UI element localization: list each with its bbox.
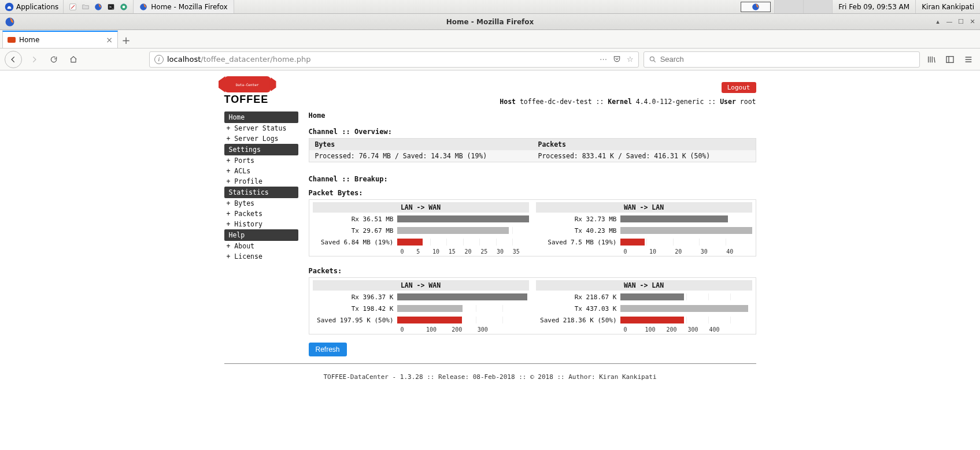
taskbar-clock[interactable]: Fri Feb 09, 09:53 AM: [832, 0, 915, 13]
firefox-icon: [752, 3, 760, 11]
page-footer: TOFFEE-DataCenter - 1.3.28 :: Release: 0…: [224, 364, 756, 385]
packet-bytes-title: Packet Bytes:: [309, 189, 756, 197]
logout-button[interactable]: Logout: [722, 82, 756, 93]
sidebar-item-server-status[interactable]: Server Status: [224, 123, 298, 133]
chart-bar: Tx 40.23 MB: [536, 225, 752, 236]
sidebar-item-packets[interactable]: Packets: [224, 209, 298, 219]
terminal-icon[interactable]: >_: [105, 1, 117, 13]
chart-title: LAN -> WAN: [313, 280, 529, 291]
page-content: Data-Center TOFFEE Logout Host toffee-dc…: [224, 73, 756, 385]
taskbar-user[interactable]: Kiran Kankipati: [915, 0, 980, 13]
sidebar-item-ports[interactable]: Ports: [224, 155, 298, 166]
pocket-icon[interactable]: [613, 55, 621, 64]
sidebar-header-help[interactable]: Help: [224, 229, 298, 241]
chart-axis: 0100200300: [401, 325, 529, 333]
desktop-taskbar: Applications >_ Home - Mozilla Firefox F…: [0, 0, 980, 14]
window-up-icon[interactable]: ▴: [933, 17, 943, 27]
tab-home[interactable]: Home ×: [2, 31, 118, 48]
back-button[interactable]: [5, 51, 22, 68]
home-button[interactable]: [66, 52, 81, 67]
chart-cell: LAN -> WAN Rx 36.51 MB Tx 29.67 MB Saved…: [309, 200, 532, 256]
chart-title: LAN -> WAN: [313, 202, 529, 213]
chart-title: WAN -> LAN: [536, 202, 752, 213]
sidebar: Home Server Status Server Logs Settings …: [224, 111, 298, 356]
clock-text: Fri Feb 09, 09:53 AM: [838, 3, 909, 11]
logo-candy-icon: Data-Center: [224, 76, 271, 92]
search-bar[interactable]: [644, 51, 920, 68]
tab-label: Home: [19, 36, 39, 44]
overview-bytes-value: Processed: 76.74 MB / Saved: 14.34 MB (1…: [309, 150, 532, 162]
chart-bar: Saved 197.95 K (50%): [313, 315, 529, 325]
bar-label: Tx 40.23 MB: [536, 227, 620, 235]
url-bar[interactable]: i localhost/toffee_datacenter/home.php ⋯…: [149, 51, 639, 68]
chart-bar: Saved 218.36 K (50%): [536, 315, 752, 325]
sidebar-header-home[interactable]: Home: [224, 111, 298, 123]
hamburger-menu-icon[interactable]: [961, 53, 975, 66]
page-actions-icon[interactable]: ⋯: [600, 55, 607, 64]
host-label: Host: [500, 98, 516, 106]
kernel-label: Kernel: [608, 98, 632, 106]
window-title: Home - Mozilla Firefox: [446, 18, 534, 26]
tab-close-icon[interactable]: ×: [106, 35, 113, 44]
chart-title: WAN -> LAN: [536, 280, 752, 291]
info-icon[interactable]: i: [154, 55, 164, 64]
chart-axis: 0100200300400: [624, 325, 752, 333]
logo: Data-Center TOFFEE: [224, 76, 271, 106]
host-value: toffee-dc-dev-test: [520, 98, 592, 106]
browser-icon[interactable]: [118, 1, 130, 13]
overview-packets-header: Packets: [532, 139, 756, 151]
tray-firefox-indicator[interactable]: [741, 2, 771, 12]
sidebar-item-bytes[interactable]: Bytes: [224, 198, 298, 209]
url-path: /toffee_datacenter/home.php: [201, 55, 310, 64]
chart-cell: WAN -> LAN Rx 218.67 K Tx 437.03 K Saved…: [532, 278, 756, 334]
packets-title: Packets:: [309, 267, 756, 275]
editor-icon[interactable]: [67, 1, 79, 13]
applications-menu[interactable]: Applications: [0, 0, 64, 13]
bar-label: Rx 218.67 K: [536, 293, 620, 301]
library-icon[interactable]: [924, 53, 938, 66]
packet-bytes-charts: LAN -> WAN Rx 36.51 MB Tx 29.67 MB Saved…: [309, 199, 756, 256]
overview-table: Bytes Packets Processed: 76.74 MB / Save…: [309, 138, 756, 162]
chart-bar: Rx 32.73 MB: [536, 214, 752, 224]
reload-button[interactable]: [46, 52, 61, 67]
host-info-line: Host toffee-dc-dev-test :: Kernel 4.4.0-…: [500, 98, 756, 106]
close-icon[interactable]: ✕: [967, 17, 978, 27]
taskbar-window-label: Home - Mozilla Firefox: [151, 3, 227, 11]
files-icon[interactable]: [80, 1, 91, 13]
sidebar-header-statistics[interactable]: Statistics: [224, 187, 298, 198]
sidebar-icon[interactable]: [943, 53, 957, 66]
new-tab-button[interactable]: +: [118, 32, 134, 48]
svg-point-10: [650, 57, 654, 61]
refresh-button[interactable]: Refresh: [309, 343, 347, 356]
sidebar-item-acls[interactable]: ACLs: [224, 166, 298, 176]
bar-label: Tx 198.42 K: [313, 305, 397, 313]
page-title: Home: [309, 111, 756, 120]
minimize-icon[interactable]: —: [944, 17, 955, 27]
chart-bar: Tx 437.03 K: [536, 303, 752, 314]
user-label: User: [720, 98, 736, 106]
chart-axis: 010203040: [624, 247, 752, 255]
url-host: localhost: [167, 55, 201, 64]
breakup-title: Channel :: Breakup:: [309, 175, 756, 183]
search-input[interactable]: [660, 55, 915, 64]
tab-strip: Home × +: [0, 30, 980, 49]
sidebar-item-server-logs[interactable]: Server Logs: [224, 133, 298, 144]
firefox-icon: [139, 3, 147, 11]
firefox-launcher-icon[interactable]: [93, 1, 104, 13]
toffee-favicon-icon: [8, 37, 16, 43]
bookmark-star-icon[interactable]: ☆: [627, 55, 634, 64]
maximize-icon[interactable]: ☐: [956, 17, 966, 27]
sidebar-item-about[interactable]: About: [224, 241, 298, 251]
sidebar-item-license[interactable]: License: [224, 251, 298, 262]
sidebar-item-history[interactable]: History: [224, 219, 298, 229]
taskbar-window-firefox[interactable]: Home - Mozilla Firefox: [133, 0, 234, 13]
sidebar-item-profile[interactable]: Profile: [224, 176, 298, 187]
user-value: root: [740, 98, 756, 106]
overview-title: Channel :: Overview:: [309, 128, 756, 136]
kernel-value: 4.4.0-112-generic: [636, 98, 704, 106]
bar-label: Saved 197.95 K (50%): [313, 317, 397, 324]
forward-button[interactable]: [27, 52, 42, 67]
overview-packets-value: Processed: 833.41 K / Saved: 416.31 K (5…: [532, 150, 756, 162]
sidebar-header-settings[interactable]: Settings: [224, 144, 298, 155]
chart-cell: LAN -> WAN Rx 396.37 K Tx 198.42 K Saved…: [309, 278, 532, 334]
